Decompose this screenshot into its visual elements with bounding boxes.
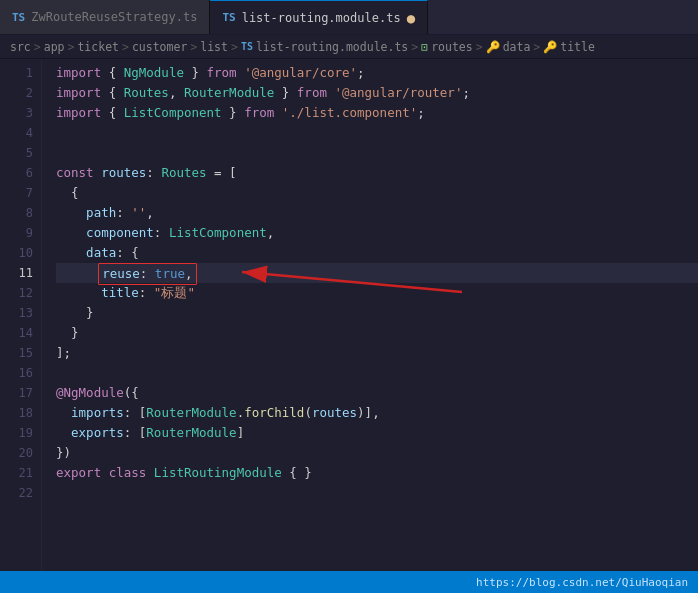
ln-7: 7 bbox=[6, 183, 33, 203]
breadcrumb: src > app > ticket > customer > list > T… bbox=[0, 35, 698, 59]
ln-14: 14 bbox=[6, 323, 33, 343]
code-line-8: path: '', bbox=[56, 203, 698, 223]
breadcrumb-routes-icon: ⊡ bbox=[421, 40, 428, 54]
code-line-18: imports: [RouterModule.forChild(routes)]… bbox=[56, 403, 698, 423]
breadcrumb-title-icon: 🔑 bbox=[543, 40, 557, 54]
code-line-5 bbox=[56, 143, 698, 163]
ln-8: 8 bbox=[6, 203, 33, 223]
ln-4: 4 bbox=[6, 123, 33, 143]
code-line-12: title: "标题" bbox=[56, 283, 698, 303]
code-line-21: export class ListRoutingModule { } bbox=[56, 463, 698, 483]
code-line-7: { bbox=[56, 183, 698, 203]
ln-11: 11 bbox=[6, 263, 33, 283]
ln-19: 19 bbox=[6, 423, 33, 443]
sep5: > bbox=[231, 40, 238, 54]
sep8: > bbox=[533, 40, 540, 54]
sep6: > bbox=[411, 40, 418, 54]
code-area: 1 2 3 4 5 6 7 8 9 10 11 12 13 14 15 16 1… bbox=[0, 59, 698, 571]
ln-5: 5 bbox=[6, 143, 33, 163]
sep1: > bbox=[34, 40, 41, 54]
ln-2: 2 bbox=[6, 83, 33, 103]
breadcrumb-data: data bbox=[503, 40, 531, 54]
sep2: > bbox=[68, 40, 75, 54]
code-line-4 bbox=[56, 123, 698, 143]
code-line-3: import { ListComponent } from './list.co… bbox=[56, 103, 698, 123]
ln-18: 18 bbox=[6, 403, 33, 423]
breadcrumb-list: list bbox=[200, 40, 228, 54]
code-line-19: exports: [RouterModule] bbox=[56, 423, 698, 443]
code-line-2: import { Routes, RouterModule } from '@a… bbox=[56, 83, 698, 103]
ln-15: 15 bbox=[6, 343, 33, 363]
breadcrumb-customer: customer bbox=[132, 40, 187, 54]
ln-21: 21 bbox=[6, 463, 33, 483]
ts-icon-reuse: TS bbox=[12, 11, 25, 24]
tab-list-routing-label: list-routing.module.ts bbox=[242, 11, 401, 25]
tab-bar: TS ZwRouteReuseStrategy.ts TS list-routi… bbox=[0, 0, 698, 35]
code-content: import { NgModule } from '@angular/core'… bbox=[42, 59, 698, 571]
tab-reuse-label: ZwRouteReuseStrategy.ts bbox=[31, 10, 197, 24]
sep4: > bbox=[190, 40, 197, 54]
code-line-22 bbox=[56, 483, 698, 503]
code-line-20: }) bbox=[56, 443, 698, 463]
code-line-16 bbox=[56, 363, 698, 383]
code-line-11: reuse: true, bbox=[56, 263, 698, 283]
breadcrumb-src: src bbox=[10, 40, 31, 54]
breadcrumb-filename: list-routing.module.ts bbox=[256, 40, 408, 54]
tab-modified-dot: ● bbox=[407, 10, 415, 26]
code-line-10: data: { bbox=[56, 243, 698, 263]
code-line-9: component: ListComponent, bbox=[56, 223, 698, 243]
line-numbers: 1 2 3 4 5 6 7 8 9 10 11 12 13 14 15 16 1… bbox=[0, 59, 42, 571]
ln-1: 1 bbox=[6, 63, 33, 83]
sep3: > bbox=[122, 40, 129, 54]
ln-3: 3 bbox=[6, 103, 33, 123]
status-bar: https://blog.csdn.net/QiuHaoqian bbox=[0, 571, 698, 593]
code-line-17: @NgModule({ bbox=[56, 383, 698, 403]
ln-10: 10 bbox=[6, 243, 33, 263]
tab-list-routing[interactable]: TS list-routing.module.ts ● bbox=[210, 0, 428, 34]
code-line-14: } bbox=[56, 323, 698, 343]
breadcrumb-title: title bbox=[560, 40, 595, 54]
breadcrumb-routes: routes bbox=[431, 40, 473, 54]
tab-reuse-strategy[interactable]: TS ZwRouteReuseStrategy.ts bbox=[0, 0, 210, 34]
code-line-15: ]; bbox=[56, 343, 698, 363]
breadcrumb-ticket: ticket bbox=[77, 40, 119, 54]
code-line-13: } bbox=[56, 303, 698, 323]
ts-icon-list: TS bbox=[222, 11, 235, 24]
code-line-1: import { NgModule } from '@angular/core'… bbox=[56, 63, 698, 83]
ln-13: 13 bbox=[6, 303, 33, 323]
watermark-text: https://blog.csdn.net/QiuHaoqian bbox=[476, 576, 688, 589]
ln-9: 9 bbox=[6, 223, 33, 243]
sep7: > bbox=[476, 40, 483, 54]
ln-20: 20 bbox=[6, 443, 33, 463]
breadcrumb-app: app bbox=[44, 40, 65, 54]
breadcrumb-data-icon: 🔑 bbox=[486, 40, 500, 54]
ln-17: 17 bbox=[6, 383, 33, 403]
code-line-6: const routes: Routes = [ bbox=[56, 163, 698, 183]
ln-12: 12 bbox=[6, 283, 33, 303]
ln-22: 22 bbox=[6, 483, 33, 503]
ln-16: 16 bbox=[6, 363, 33, 383]
ln-6: 6 bbox=[6, 163, 33, 183]
breadcrumb-ts-icon: TS bbox=[241, 41, 253, 52]
